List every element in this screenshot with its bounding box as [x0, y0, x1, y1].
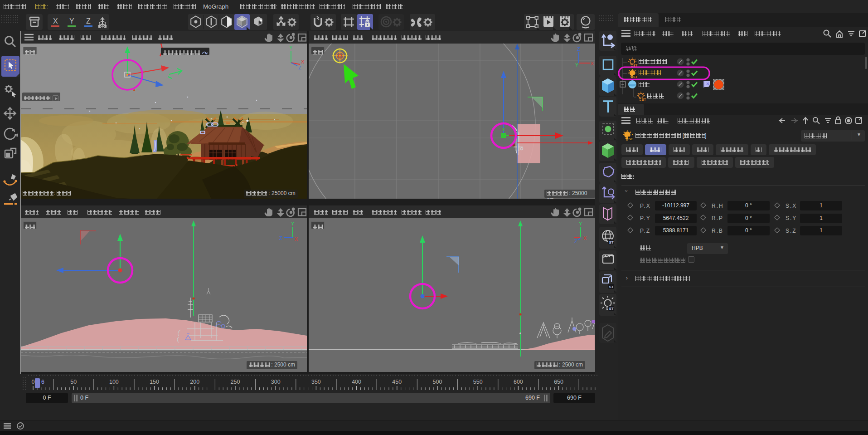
svg-text:Y: Y [69, 17, 74, 25]
svg-text:50: 50 [70, 379, 77, 385]
svg-text:600: 600 [514, 379, 523, 385]
svg-text:550: 550 [473, 379, 483, 385]
svg-text:Y: Y [291, 221, 295, 226]
svg-text:6: 6 [41, 379, 44, 385]
svg-text:Z: Z [86, 17, 91, 25]
svg-text:Z: Z [298, 65, 301, 70]
svg-text:X: X [295, 236, 298, 242]
svg-text:X: X [301, 59, 305, 64]
svg-text:X: X [53, 17, 58, 25]
svg-text:650: 650 [554, 379, 563, 385]
svg-text:Z: Z [574, 239, 577, 244]
svg-text:100: 100 [109, 379, 119, 385]
svg-text:400: 400 [352, 379, 361, 385]
svg-text:150: 150 [150, 379, 159, 385]
svg-text:300: 300 [271, 379, 281, 385]
svg-text:ST: ST [633, 75, 638, 78]
svg-text:Z: Z [577, 46, 580, 52]
svg-text:Y: Y [289, 45, 293, 50]
svg-text:250: 250 [231, 379, 240, 385]
svg-text:ST: ST [628, 137, 633, 141]
svg-text:Y: Y [579, 221, 582, 226]
svg-text:350: 350 [311, 379, 321, 385]
svg-text:ST: ST [642, 98, 646, 101]
svg-text:Y: Y [575, 62, 579, 68]
svg-text:450: 450 [392, 379, 402, 385]
svg-text:0: 0 [32, 379, 35, 385]
svg-text:X: X [591, 61, 594, 66]
svg-text:500: 500 [433, 379, 442, 385]
svg-text:Z: Z [279, 235, 282, 241]
svg-text:200: 200 [190, 379, 199, 385]
svg-text:X: X [583, 235, 587, 241]
